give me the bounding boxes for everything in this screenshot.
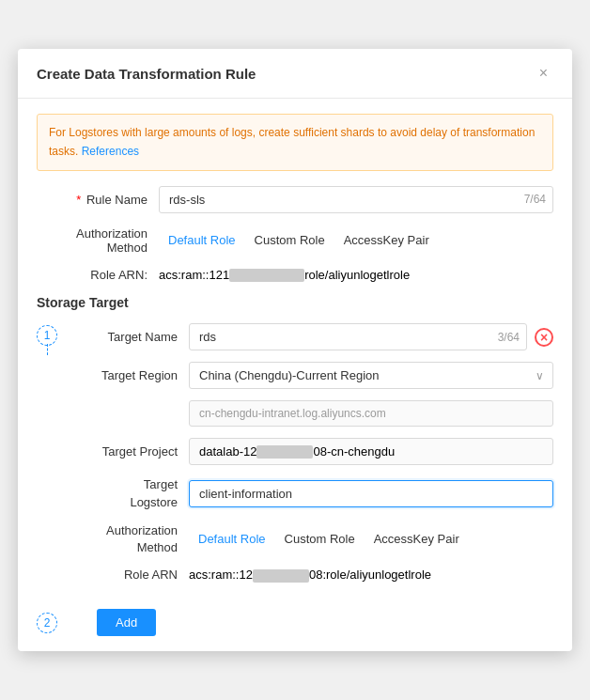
role-arn-blur xyxy=(229,269,304,282)
target-name-count: 3/64 xyxy=(498,331,520,344)
target-name-row: Target Name 3/64 × xyxy=(76,323,553,350)
target-name-control: 3/64 × xyxy=(189,323,553,350)
auth-tabs: Default Role Custom Role AccessKey Pair xyxy=(159,229,553,251)
storage-item-1: 1 Target Name 3/64 xyxy=(37,323,553,593)
dialog-title: Create Data Transformation Rule xyxy=(37,66,256,82)
storage-role-arn-blur xyxy=(253,569,309,583)
target-logstore-control xyxy=(189,480,553,507)
warning-box: For Logstores with large amounts of logs… xyxy=(37,114,553,170)
number-wrapper-1: 1 xyxy=(37,323,67,346)
target-project-label: Target Project xyxy=(76,444,189,459)
target-project-control: datalab-12 08-cn-chengdu xyxy=(189,438,553,465)
role-arn-row: Role ARN: acs:ram::121 role/aliyunlogetl… xyxy=(37,268,553,283)
rule-name-control: 7/64 xyxy=(159,186,553,213)
dialog-header: Create Data Transformation Rule × xyxy=(18,49,572,99)
target-region-label: Target Region xyxy=(76,368,189,382)
target-logstore-label: Target Logstore xyxy=(76,476,189,510)
storage-auth-tabs: Default Role Custom Role AccessKey Pair xyxy=(189,528,553,550)
tab-custom-role[interactable]: Custom Role xyxy=(245,229,334,251)
section-title: Storage Target xyxy=(37,295,553,310)
tab-default-role[interactable]: Default Role xyxy=(159,229,245,251)
add-button[interactable]: Add xyxy=(97,609,156,636)
target-region-row: Target Region China (Chengdu)-Current Re… xyxy=(76,362,553,389)
project-blur xyxy=(256,445,313,459)
endpoint-input xyxy=(189,400,553,427)
target-name-input[interactable] xyxy=(189,323,527,350)
role-arn-text: acs:ram::121 role/aliyunlogetlrole xyxy=(159,268,410,282)
target-project-row: Target Project datalab-12 08-cn-chengdu xyxy=(76,438,553,465)
dashed-connector xyxy=(47,344,48,355)
number-badge-1: 1 xyxy=(37,325,57,346)
auth-method-label: Authorization Method xyxy=(37,226,159,255)
storage-tab-accesskey-pair[interactable]: AccessKey Pair xyxy=(365,528,469,550)
rule-name-label: * Rule Name xyxy=(37,193,159,207)
target-logstore-input[interactable] xyxy=(189,480,553,507)
tab-accesskey-pair[interactable]: AccessKey Pair xyxy=(334,229,439,251)
warning-link[interactable]: References xyxy=(82,145,139,158)
rule-name-count: 7/64 xyxy=(524,193,546,206)
number-badge-2: 2 xyxy=(37,613,57,633)
storage-tab-custom-role[interactable]: Custom Role xyxy=(275,528,365,550)
target-region-select[interactable]: China (Chengdu)-Current Region xyxy=(189,362,553,389)
endpoint-control xyxy=(189,400,553,427)
target-form-1: Target Name 3/64 × xyxy=(76,323,553,593)
role-arn-label: Role ARN: xyxy=(37,268,159,282)
storage-target-section: Storage Target 1 Target Name xyxy=(37,295,553,635)
role-arn-value: acs:ram::121 role/aliyunlogetlrole xyxy=(159,268,553,283)
storage-auth-row: Authorization Method Default Role Custom… xyxy=(76,522,553,556)
storage-auth-label: Authorization Method xyxy=(76,522,189,556)
auth-method-row: Authorization Method Default Role Custom… xyxy=(37,226,553,255)
endpoint-row xyxy=(76,400,553,427)
storage-role-arn-value: acs:ram::12 08:role/aliyunlogetlrole xyxy=(189,568,553,583)
dialog-body: For Logstores with large amounts of logs… xyxy=(18,99,572,650)
storage-role-arn-row: Role ARN acs:ram::12 08:role/aliyunloget… xyxy=(76,568,553,583)
rule-name-row: * Rule Name 7/64 xyxy=(37,186,553,213)
target-logstore-row: Target Logstore xyxy=(76,476,553,510)
storage-tab-default-role[interactable]: Default Role xyxy=(189,528,275,550)
target-name-label: Target Name xyxy=(76,330,189,344)
delete-target-button[interactable]: × xyxy=(535,328,553,347)
close-button[interactable]: × xyxy=(534,64,553,83)
storage-role-arn-label: Role ARN xyxy=(76,568,189,582)
required-mark: * xyxy=(76,193,81,207)
rule-name-input[interactable] xyxy=(159,186,553,213)
dialog: Create Data Transformation Rule × For Lo… xyxy=(18,49,572,650)
storage-item-2-row: 2 Add xyxy=(37,609,553,636)
target-region-control: China (Chengdu)-Current Region ∨ xyxy=(189,362,553,389)
